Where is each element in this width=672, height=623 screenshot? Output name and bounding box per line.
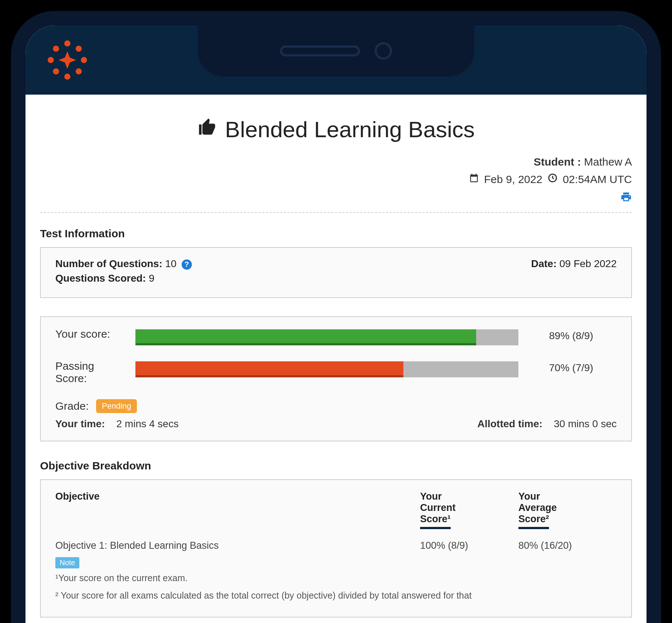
phone-speaker xyxy=(280,45,360,56)
phone-camera xyxy=(375,42,392,60)
calendar-icon xyxy=(469,171,479,188)
objective-name: Objective 1: Blended Learning Basics xyxy=(55,540,420,551)
footnote-2: ² Your score for all exams calculated as… xyxy=(55,589,617,603)
meta-time: 02:54AM UTC xyxy=(563,171,632,188)
allotted-time-label: Allotted time: xyxy=(477,418,542,429)
your-time-label: Your time: xyxy=(55,418,105,429)
app-logo-icon[interactable] xyxy=(44,36,91,84)
your-score-value: 89% (8/9) xyxy=(526,328,617,342)
breakdown-col-current: Your Current Score¹ xyxy=(420,491,518,529)
phone-screen: Blended Learning Basics Student : Mathew… xyxy=(25,25,647,623)
num-questions-value: 10 xyxy=(165,258,177,269)
passing-score-bar xyxy=(135,361,518,377)
svg-point-1 xyxy=(64,74,71,80)
student-name: Mathew A xyxy=(584,156,632,168)
phone-frame: Blended Learning Basics Student : Mathew… xyxy=(11,11,661,623)
divider xyxy=(40,212,632,213)
content-area: Blended Learning Basics Student : Mathew… xyxy=(25,95,647,623)
student-label: Student : xyxy=(534,156,581,168)
num-questions-label: Number of Questions: xyxy=(55,258,162,269)
student-meta: Student : Mathew A Feb 9, 2022 02:54AM U… xyxy=(40,153,632,188)
your-score-label: Your score: xyxy=(55,328,128,340)
svg-point-0 xyxy=(64,40,71,47)
breakdown-heading: Objective Breakdown xyxy=(40,460,632,472)
meta-date: Feb 9, 2022 xyxy=(484,171,542,188)
breakdown-col-objective: Objective xyxy=(55,491,420,529)
print-icon[interactable] xyxy=(620,192,632,205)
test-info-box: Number of Questions: 10 ? Questions Scor… xyxy=(40,247,632,298)
help-icon[interactable]: ? xyxy=(182,259,192,270)
grade-label: Grade: xyxy=(55,400,89,412)
note-badge: Note xyxy=(55,557,79,568)
breakdown-col-average: Your Average Score² xyxy=(518,491,617,529)
your-score-bar xyxy=(135,329,518,345)
your-time-value: 2 mins 4 secs xyxy=(116,418,179,429)
page-title-text: Blended Learning Basics xyxy=(225,116,475,142)
average-score-value: 80% (16/20) xyxy=(518,540,617,551)
clock-icon xyxy=(548,171,558,188)
test-score-box: Your score: 89% (8/9) Passing Score: 70%… xyxy=(40,316,632,441)
svg-point-2 xyxy=(48,57,54,63)
svg-point-4 xyxy=(53,45,59,52)
svg-point-5 xyxy=(76,45,82,52)
grade-badge: Pending xyxy=(96,399,137,413)
passing-score-label: Passing Score: xyxy=(55,360,128,385)
test-date-value: 09 Feb 2022 xyxy=(560,258,617,269)
phone-notch xyxy=(198,25,474,76)
passing-score-value: 70% (7/9) xyxy=(526,360,617,374)
svg-point-3 xyxy=(81,57,87,63)
footnote-1: ¹Your score on the current exam. xyxy=(55,571,617,585)
svg-point-7 xyxy=(76,68,82,75)
svg-point-6 xyxy=(53,68,59,75)
date-label: Date: xyxy=(531,258,557,269)
table-row: Objective 1: Blended Learning Basics 100… xyxy=(55,540,617,551)
current-score-value: 100% (8/9) xyxy=(420,540,518,551)
breakdown-box: Objective Your Current Score¹ Your Avera… xyxy=(40,479,632,618)
allotted-time-value: 30 mins 0 sec xyxy=(554,418,617,429)
questions-scored-value: 9 xyxy=(149,273,155,284)
thumbs-up-icon xyxy=(197,116,218,142)
test-info-heading: Test Information xyxy=(40,227,632,240)
questions-scored-label: Questions Scored: xyxy=(55,273,146,284)
page-title: Blended Learning Basics xyxy=(197,116,475,142)
